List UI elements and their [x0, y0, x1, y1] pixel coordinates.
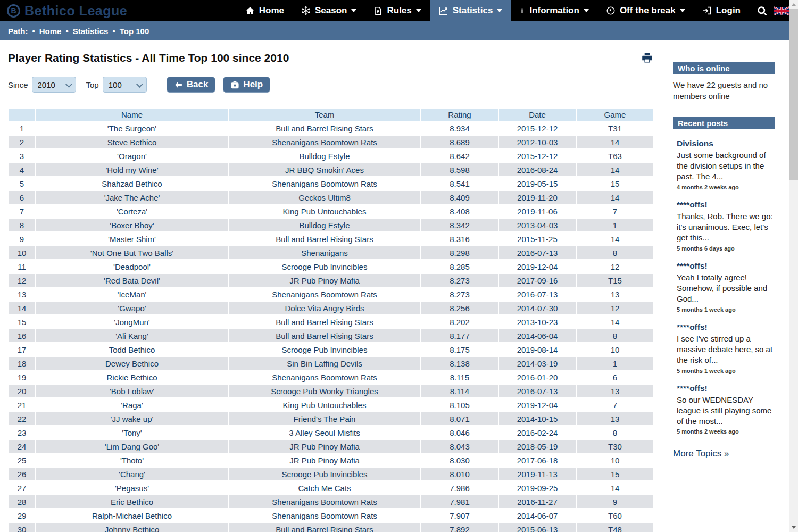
breadcrumb-item[interactable]: Home: [39, 27, 62, 36]
breadcrumb-prefix: Path:: [8, 27, 28, 36]
table-row: 15 'JongMun' Bull and Barrel Rising Star…: [9, 315, 653, 328]
cell-team: Bulldog Estyle: [229, 149, 420, 162]
content-sidebar-divider: [664, 47, 664, 450]
post-title-link[interactable]: ****offs!: [677, 384, 708, 393]
cell-rating: 8.541: [421, 177, 498, 190]
post-timestamp: 5 months 1 week ago: [677, 368, 775, 374]
cell-rating: 7.907: [421, 509, 498, 522]
post-excerpt: Just some background of the division set…: [677, 150, 775, 182]
cell-date: 2016-01-20: [499, 371, 576, 384]
table-row: 25 'Thoto' JR Pub Pinoy Mafia 8.030 2017…: [9, 454, 653, 467]
nav-item-information[interactable]: Information: [511, 0, 597, 21]
cell-name: 'The Surgeon': [36, 122, 228, 135]
nav-item-label: Statistics: [453, 5, 493, 16]
login-icon: [702, 6, 712, 15]
brand-logo[interactable]: B Bethico League: [7, 3, 127, 19]
cell-team: JR Pub Pinoy Mafia: [229, 454, 420, 467]
chevron-down-icon: [680, 9, 685, 12]
cell-team: Bull and Barrel Rising Stars: [229, 329, 420, 342]
scrollbar-thumb[interactable]: [789, 9, 798, 180]
cell-name: Todd Bethico: [36, 343, 228, 356]
cell-rating: 8.256: [421, 302, 498, 314]
cell-name: 'Thoto': [36, 454, 228, 467]
more-topics-link[interactable]: More Topics »: [673, 448, 729, 459]
cell-date: 2019-09-25: [499, 481, 576, 494]
table-row: 22 'JJ wake up' Friend's The Pain 8.071 …: [9, 412, 653, 425]
cell-name: 'Oragon': [36, 149, 228, 162]
cell-rank: 14: [9, 302, 35, 314]
cell-date: 2019-08-14: [499, 343, 576, 356]
cell-game: 14: [577, 315, 653, 328]
cell-team: King Pub Untouchables: [229, 398, 420, 411]
filter-controls: Since 2010 Top 100 Back: [8, 77, 664, 93]
document-icon: [373, 6, 383, 15]
cell-game: 14: [577, 191, 653, 204]
cell-team: JR Pub Pinoy Mafia: [229, 274, 420, 287]
breadcrumb: Path: •Home•Statistics•Top 100: [0, 21, 798, 40]
nav-item-label: Season: [315, 5, 347, 16]
cell-rating: 7.986: [421, 481, 498, 494]
post-title-link[interactable]: Divisions: [677, 139, 713, 148]
cell-game: 14: [577, 232, 653, 245]
scroll-down-icon[interactable]: [789, 523, 798, 532]
cell-game: 13: [577, 288, 653, 301]
cell-rank: 11: [9, 260, 35, 273]
cell-team: 3 Alley Seoul Misfits: [229, 426, 420, 439]
cell-team: Friend's The Pain: [229, 412, 420, 425]
post-title-link[interactable]: ****offs!: [677, 322, 708, 332]
ratings-table: NameTeamRatingDateGame 1 'The Surgeon' B…: [7, 107, 654, 532]
cell-game: 8: [577, 329, 653, 342]
cell-name: 'Gwapo': [36, 302, 228, 314]
scroll-up-icon[interactable]: [789, 0, 798, 9]
column-header: Team: [229, 109, 420, 121]
breadcrumb-item[interactable]: Top 100: [120, 27, 149, 36]
cell-game: T48: [577, 523, 653, 532]
cell-rating: 8.689: [421, 136, 498, 148]
sidebar: Who is online We have 22 guests and no m…: [664, 40, 798, 532]
table-row: 2 Steve Bethico Shenanigans Boomtown Rat…: [9, 136, 653, 148]
cell-rank: 6: [9, 191, 35, 204]
table-row: 9 'Master Shim' Bull and Barrel Rising S…: [9, 232, 653, 245]
recent-post: Divisions Just some background of the di…: [673, 139, 775, 190]
cell-game: 7: [577, 205, 653, 218]
post-title-link[interactable]: ****offs!: [677, 261, 708, 271]
table-row: 4 'Hold my Wine' JR BBQ Smokin' Aces 8.5…: [9, 163, 653, 176]
cell-team: Catch Me Cats: [229, 481, 420, 494]
cell-date: 2013-10-23: [499, 315, 576, 328]
cell-rating: 8.316: [421, 232, 498, 245]
uk-flag-icon[interactable]: [774, 6, 789, 16]
snowflake-icon: [301, 6, 311, 15]
post-title-link[interactable]: ****offs!: [677, 200, 708, 210]
nav-item-login[interactable]: Login: [694, 0, 749, 21]
top-select-wrap: 100: [103, 77, 147, 93]
cell-rank: 28: [9, 495, 35, 508]
top-select[interactable]: 100: [103, 77, 147, 93]
cell-rating: 8.273: [421, 288, 498, 301]
cell-name: 'JJ wake up': [36, 412, 228, 425]
cell-date: 2019-11-13: [499, 468, 576, 480]
table-row: 3 'Oragon' Bulldog Estyle 8.642 2015-12-…: [9, 149, 653, 162]
cell-rating: 8.114: [421, 385, 498, 397]
since-select[interactable]: 2010: [32, 77, 76, 93]
cell-game: 12: [577, 260, 653, 273]
cell-game: 1: [577, 219, 653, 231]
table-row: 5 Shahzad Bethico Shenanigans Boomtown R…: [9, 177, 653, 190]
content-column: Player Rating Statistics - All Time Top …: [0, 40, 664, 532]
help-button[interactable]: Help: [223, 77, 270, 93]
cell-rating: 8.342: [421, 219, 498, 231]
nav-item-rules[interactable]: Rules: [365, 0, 429, 21]
breadcrumb-item[interactable]: Statistics: [73, 27, 109, 36]
nav-item-statistics[interactable]: Statistics: [430, 0, 511, 21]
back-button[interactable]: Back: [167, 77, 216, 93]
cell-team: Bulldog Estyle: [229, 219, 420, 231]
nav-item-home[interactable]: Home: [237, 0, 293, 21]
nav-item-season[interactable]: Season: [293, 0, 365, 21]
cell-rating: 8.030: [421, 454, 498, 467]
printer-icon[interactable]: [641, 52, 653, 64]
cell-team: Shenanigans Boomtown Rats: [229, 177, 420, 190]
nav-item-off-the-break[interactable]: Off the break: [597, 0, 694, 21]
cell-name: Johnny Bethico: [36, 523, 228, 532]
cell-rating: 8.175: [421, 343, 498, 356]
search-icon[interactable]: [757, 5, 768, 16]
post-timestamp: 5 months 6 days ago: [677, 245, 775, 252]
